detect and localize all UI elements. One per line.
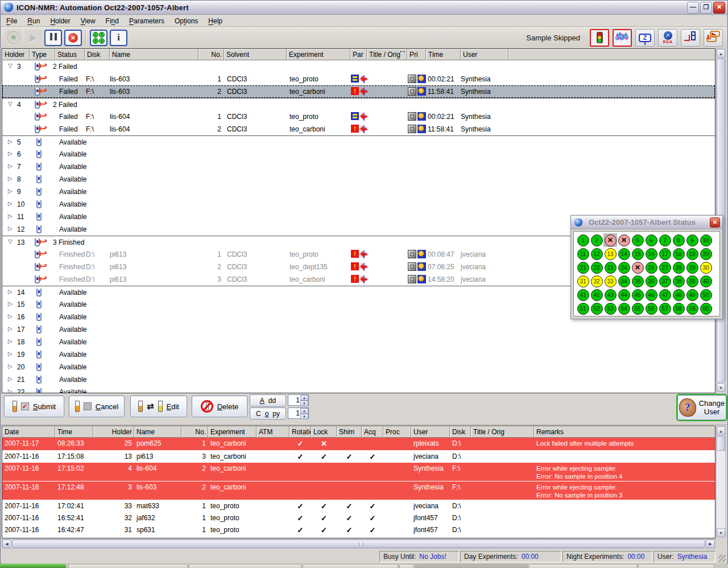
- sample-position-60[interactable]: 60: [699, 302, 713, 315]
- sample-position-26[interactable]: 26: [644, 261, 658, 274]
- sample-position-47[interactable]: 47: [658, 288, 672, 302]
- sample-position-44[interactable]: 44: [617, 288, 631, 302]
- holder-row[interactable]: ▷ 21 Available: [2, 373, 715, 386]
- close-button[interactable]: ✕: [713, 2, 725, 14]
- sample-position-21[interactable]: 21: [576, 261, 590, 274]
- column-header[interactable]: Time: [55, 426, 93, 438]
- status-popup-titlebar[interactable]: Oct22-2007-1057-Albert Status ✕: [571, 216, 722, 229]
- expand-closed-icon[interactable]: ▷: [8, 338, 13, 344]
- history-row[interactable]: 2007-11-1617:12:483lis-6032teo_carboniSy…: [2, 481, 715, 500]
- sample-position-46[interactable]: 46: [644, 288, 658, 302]
- auto-start-button[interactable]: ✳: [5, 30, 22, 46]
- history-row[interactable]: 2007-11-1617:02:4133mat6331teo_proto✓✓✓✓…: [2, 500, 715, 512]
- change-user-button[interactable]: ? ChangeUser: [677, 395, 726, 420]
- column-header[interactable]: Disk: [450, 426, 471, 438]
- sample-position-54[interactable]: 54: [617, 302, 631, 315]
- sample-position-24[interactable]: 24: [617, 261, 631, 274]
- experiment-row[interactable]: ↩ Failed F:\ lis-603 2 CDCl3 teo_carboni…: [2, 85, 715, 98]
- expand-closed-icon[interactable]: ▷: [8, 326, 13, 332]
- sample-position-18[interactable]: 18: [672, 247, 685, 261]
- expand-closed-icon[interactable]: ▷: [8, 163, 13, 169]
- holder-row[interactable]: ▷ 19 Available: [2, 348, 715, 361]
- sample-changer-button[interactable]: 1234: [90, 30, 107, 46]
- sample-position-37[interactable]: 37: [658, 274, 672, 288]
- holder-group-row[interactable]: ▽ 3 ↩ 2 Failed: [2, 60, 715, 73]
- scrollbar-thumb[interactable]: [717, 436, 725, 451]
- column-header[interactable]: Experiment: [208, 426, 257, 438]
- column-header[interactable]: Lock: [311, 426, 337, 438]
- sample-position-48[interactable]: 48: [672, 288, 685, 302]
- copy-button[interactable]: Copy: [250, 408, 286, 419]
- holder-row[interactable]: ▷ 20 Available: [2, 361, 715, 373]
- column-header[interactable]: User: [411, 426, 450, 438]
- title-button-icon[interactable]: [408, 125, 416, 133]
- holder-row[interactable]: ▷ 22 Available: [2, 386, 715, 393]
- up-arrow-icon[interactable]: ▲: [300, 408, 308, 414]
- column-header[interactable]: Holder: [93, 426, 134, 438]
- sample-position-58[interactable]: 58: [672, 302, 685, 315]
- spectrum-button[interactable]: [613, 29, 632, 47]
- menu-file[interactable]: File: [1, 16, 22, 26]
- sample-position-12[interactable]: 12: [590, 247, 603, 261]
- expand-closed-icon[interactable]: ▷: [8, 351, 13, 357]
- history-row[interactable]: 2007-11-1616:42:4731sp6311teo_proto✓✓✓✓j…: [2, 524, 715, 536]
- right-arrow-icon[interactable]: ▶: [706, 540, 715, 548]
- holder-row[interactable]: ▷ 8 Available: [2, 173, 715, 186]
- column-header[interactable]: [508, 49, 715, 60]
- column-header[interactable]: User: [461, 49, 508, 60]
- sample-position-41[interactable]: 41: [576, 288, 590, 302]
- sample-position-8[interactable]: 8: [672, 233, 685, 247]
- left-arrow-icon[interactable]: ◀: [2, 540, 11, 548]
- menu-parameters[interactable]: Parameters: [124, 16, 169, 26]
- sample-position-6[interactable]: 6: [644, 233, 658, 247]
- column-header[interactable]: Holder: [2, 49, 30, 60]
- sample-position-55[interactable]: 55: [631, 302, 644, 315]
- title-button-icon[interactable]: [408, 275, 416, 283]
- sample-position-43[interactable]: 43: [603, 288, 617, 302]
- holder-row[interactable]: ▷ 7 Available: [2, 160, 715, 173]
- sample-position-31[interactable]: 31: [576, 274, 590, 288]
- resize-grip[interactable]: [718, 555, 726, 562]
- taskbar-button[interactable]: [303, 564, 398, 568]
- expand-closed-icon[interactable]: ▷: [8, 363, 13, 369]
- sample-position-30[interactable]: 30: [699, 261, 713, 274]
- expand-open-icon[interactable]: ▽: [8, 238, 13, 245]
- history-row[interactable]: 2007-11-1616:32:1930ms6281teo_proto✓✓✓✓j…: [2, 536, 715, 538]
- sample-position-36[interactable]: 36: [644, 274, 658, 288]
- expand-closed-icon[interactable]: ▷: [8, 213, 13, 219]
- taskbar-button[interactable]: [415, 564, 528, 568]
- close-icon[interactable]: ✕: [710, 217, 720, 228]
- column-header[interactable]: Status: [55, 49, 85, 60]
- expand-closed-icon[interactable]: ▷: [8, 175, 13, 182]
- sample-position-15[interactable]: 15: [631, 247, 644, 261]
- scrollbar-thumb[interactable]: [12, 540, 705, 548]
- column-header[interactable]: Experiment: [287, 49, 350, 60]
- cancel-button[interactable]: .Cancel: [69, 396, 125, 417]
- title-button-icon[interactable]: [408, 262, 416, 271]
- down-arrow-icon[interactable]: ▼: [300, 414, 308, 419]
- sample-position-22[interactable]: 22: [590, 261, 603, 274]
- expand-closed-icon[interactable]: ▷: [8, 388, 13, 393]
- taskbar-button[interactable]: [68, 564, 188, 568]
- lock-level-button[interactable]: [681, 29, 700, 47]
- column-header[interactable]: Proc: [383, 426, 411, 438]
- up-arrow-icon[interactable]: ▲: [717, 426, 725, 435]
- column-header[interactable]: Time: [426, 49, 461, 60]
- column-header[interactable]: No.: [198, 49, 224, 60]
- sample-position-50[interactable]: 50: [699, 288, 713, 302]
- title-button-icon[interactable]: [408, 250, 416, 258]
- sample-position-45[interactable]: 45: [631, 288, 644, 302]
- menu-view[interactable]: View: [76, 16, 101, 26]
- experiment-row[interactable]: ↩ Failed F:\ lis-604 1 CDCl3 teo_proto 0…: [2, 110, 715, 123]
- up-arrow-icon[interactable]: ▲: [300, 395, 308, 401]
- title-button-icon[interactable]: [408, 87, 416, 96]
- sample-position-20[interactable]: 20: [699, 247, 713, 261]
- menu-holder[interactable]: Holder: [45, 16, 75, 26]
- column-header[interactable]: Rotation: [289, 426, 311, 438]
- history-row[interactable]: 2007-11-1616:52:4132jaf6321teo_proto✓✓✓✓…: [2, 512, 715, 524]
- column-header[interactable]: No.: [181, 426, 208, 438]
- sample-position-29[interactable]: 29: [685, 261, 699, 274]
- column-header[interactable]: Disk: [85, 49, 110, 60]
- sample-position-13[interactable]: 13: [603, 247, 617, 261]
- sample-position-27[interactable]: 27: [658, 261, 672, 274]
